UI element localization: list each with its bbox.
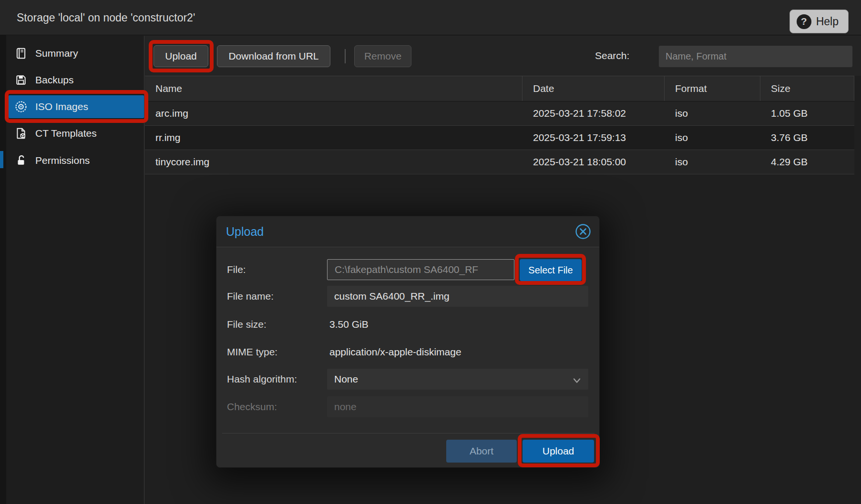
sidebar-item-label: Summary (35, 48, 78, 59)
cell-size: 3.76 GB (760, 126, 854, 150)
download-from-url-button[interactable]: Download from URL (217, 45, 330, 67)
file-name-input[interactable] (327, 286, 588, 307)
cell-format: iso (665, 101, 760, 125)
sidebar-item-label: CT Templates (35, 128, 97, 139)
chevron-down-icon (572, 375, 582, 387)
remove-button[interactable]: Remove (354, 45, 411, 67)
disc-icon (14, 100, 28, 113)
cell-date: 2025-03-21 18:05:00 (523, 150, 665, 174)
table-row[interactable]: rr.img 2025-03-21 17:59:13 iso 3.76 GB (145, 126, 854, 150)
cell-format: iso (665, 126, 760, 150)
cell-name: rr.img (145, 126, 523, 150)
page-title: Storage 'local' on node 'constructor2' (17, 0, 195, 35)
column-header-name[interactable]: Name (145, 76, 523, 101)
left-edge-strip (0, 0, 6, 504)
cell-format: iso (665, 150, 760, 174)
hash-algorithm-value: None (334, 373, 358, 385)
sidebar-item-iso-images[interactable]: ISO Images (9, 95, 144, 118)
toolbar: Upload Download from URL Remove Search: (145, 36, 861, 76)
column-header-date[interactable]: Date (523, 76, 665, 101)
cell-date: 2025-03-21 17:59:13 (523, 126, 665, 150)
cell-date: 2025-03-21 17:58:02 (523, 101, 665, 125)
mime-type-label: MIME type: (227, 342, 277, 363)
file-size-label: File size: (227, 314, 266, 335)
sidebar: Summary Backups ISO Images CT Templates … (6, 36, 144, 504)
upload-button[interactable]: Upload (154, 45, 208, 67)
sidebar-item-label: Backups (35, 74, 74, 86)
help-button[interactable]: ? Help (789, 10, 849, 33)
toolbar-separator (345, 49, 346, 63)
hash-algorithm-label: Hash algorithm: (227, 369, 297, 390)
book-icon (14, 47, 28, 60)
sidebar-item-summary[interactable]: Summary (6, 42, 144, 65)
column-header-format[interactable]: Format (665, 76, 760, 101)
proxmox-storage-window: Storage 'local' on node 'constructor2' ?… (0, 0, 861, 504)
checksum-input[interactable] (327, 396, 588, 417)
file-path-input[interactable] (327, 259, 514, 280)
file-cube-icon (14, 127, 28, 140)
cell-name: tinycore.img (145, 150, 523, 174)
cell-size: 1.05 GB (760, 101, 854, 125)
file-size-value: 3.50 GiB (329, 314, 369, 335)
dialog-title: Upload (226, 216, 264, 247)
sidebar-item-label: Permissions (35, 155, 90, 166)
upload-dialog: Upload File: Select File File name: File… (216, 216, 600, 468)
sidebar-item-label: ISO Images (35, 101, 88, 112)
titlebar: Storage 'local' on node 'constructor2' ?… (0, 0, 861, 35)
close-icon[interactable] (574, 223, 592, 240)
sidebar-item-permissions[interactable]: Permissions (6, 149, 144, 172)
select-file-button[interactable]: Select File (520, 259, 582, 281)
question-mark-icon: ? (797, 14, 811, 29)
table-row[interactable]: arc.img 2025-03-21 17:58:02 iso 1.05 GB (145, 101, 854, 126)
dialog-upload-button[interactable]: Upload (523, 440, 594, 463)
iso-images-table: Name Date Format Size arc.img 2025-03-21… (145, 76, 854, 174)
search-input[interactable] (659, 46, 852, 67)
floppy-icon (14, 73, 28, 87)
help-button-label: Help (816, 15, 839, 28)
checksum-label: Checksum: (227, 396, 277, 417)
hash-algorithm-select[interactable]: None (327, 369, 588, 390)
lock-open-icon (14, 154, 28, 167)
file-label: File: (227, 259, 246, 280)
sidebar-item-backups[interactable]: Backups (6, 69, 144, 91)
abort-button[interactable]: Abort (446, 440, 517, 463)
dialog-footer-separator (222, 433, 594, 433)
cell-size: 4.29 GB (760, 150, 854, 174)
table-header-row: Name Date Format Size (145, 76, 854, 101)
column-header-size[interactable]: Size (760, 76, 854, 101)
table-row[interactable]: tinycore.img 2025-03-21 18:05:00 iso 4.2… (145, 150, 854, 174)
cell-name: arc.img (145, 101, 523, 125)
upload-dialog-header[interactable]: Upload (216, 216, 599, 247)
search-label: Search: (595, 36, 629, 76)
background-selection-fragment (0, 151, 3, 168)
sidebar-item-ct-templates[interactable]: CT Templates (6, 122, 144, 145)
mime-type-value: application/x-apple-diskimage (329, 342, 461, 363)
file-name-label: File name: (227, 286, 274, 307)
